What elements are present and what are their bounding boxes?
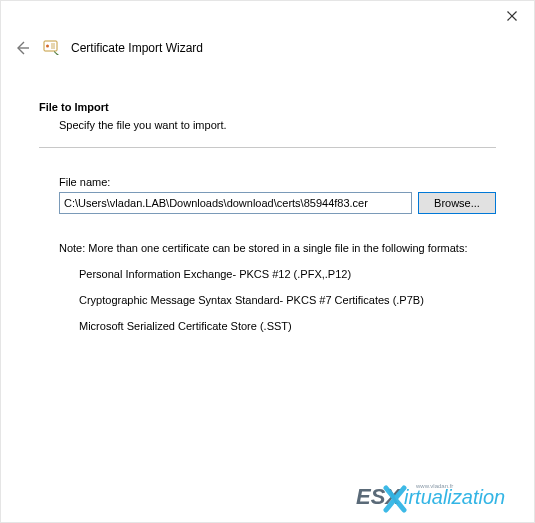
note-format-sst: Microsoft Serialized Certificate Store (… [79, 320, 496, 332]
close-icon [507, 11, 517, 21]
watermark-esx: ESX [356, 484, 401, 509]
note-format-pfx: Personal Information Exchange- PKCS #12 … [79, 268, 496, 280]
svg-point-4 [46, 45, 49, 48]
note-text: Note: More than one certificate can be s… [59, 242, 496, 254]
file-name-label: File name: [59, 176, 496, 188]
certificate-import-wizard-dialog: Certificate Import Wizard File to Import… [1, 1, 534, 522]
section-subheading: Specify the file you want to import. [59, 119, 496, 131]
wizard-content: File to Import Specify the file you want… [1, 65, 534, 332]
wizard-title: Certificate Import Wizard [71, 41, 203, 55]
back-arrow-icon [14, 40, 30, 56]
file-name-input[interactable] [59, 192, 412, 214]
watermark-virt: irtualization [404, 486, 505, 508]
back-button[interactable] [11, 37, 33, 59]
close-button[interactable] [490, 1, 534, 31]
watermark-url: www.vladan.fr [415, 483, 453, 489]
note-format-p7b: Cryptographic Message Syntax Standard- P… [79, 294, 496, 306]
wizard-header: Certificate Import Wizard [1, 31, 534, 65]
titlebar [1, 1, 534, 31]
divider [39, 147, 496, 148]
certificate-wizard-icon [43, 39, 61, 57]
x-icon [386, 488, 404, 510]
watermark-logo: ESX irtualization www.vladan.fr [356, 480, 526, 516]
note-block: Note: More than one certificate can be s… [59, 242, 496, 332]
svg-rect-3 [44, 41, 57, 51]
browse-button[interactable]: Browse... [418, 192, 496, 214]
file-name-field: File name: Browse... [59, 176, 496, 214]
section-heading: File to Import [39, 101, 496, 113]
